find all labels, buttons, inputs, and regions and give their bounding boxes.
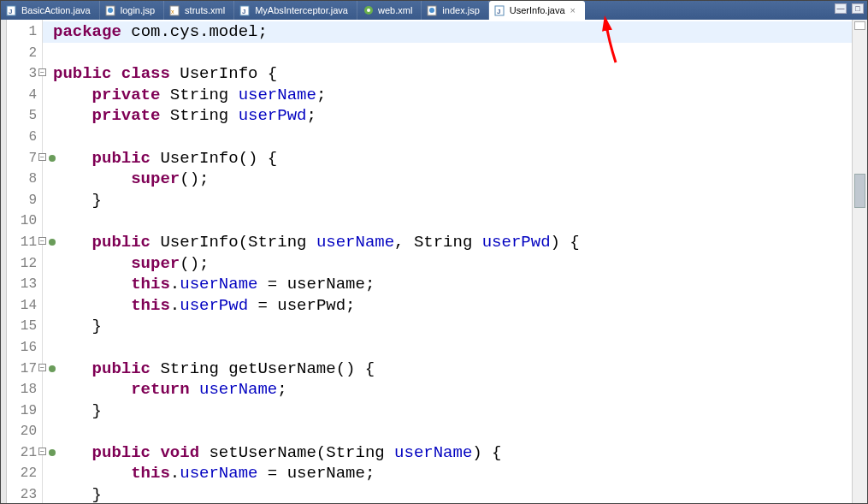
- minimize-button[interactable]: —: [835, 3, 847, 14]
- code-line[interactable]: }: [53, 484, 852, 504]
- tab-web-xml[interactable]: web.xml: [357, 1, 422, 20]
- marker-bar: [1, 20, 7, 503]
- code-line[interactable]: [53, 43, 852, 64]
- code-line[interactable]: }: [53, 400, 852, 422]
- token-plain: String: [160, 86, 238, 104]
- svg-text:J: J: [497, 8, 500, 15]
- tab-label: MyAbsInterceptor.java: [255, 5, 348, 15]
- code-line[interactable]: super();: [53, 169, 852, 190]
- tab-index-jsp[interactable]: index.jsp: [422, 1, 488, 20]
- token-kw: super: [131, 169, 180, 188]
- token-kw: super: [131, 254, 180, 273]
- tab-myabsinterceptor-java[interactable]: JMyAbsInterceptor.java: [234, 1, 357, 20]
- code-line[interactable]: public UserInfo(String userName, String …: [53, 232, 852, 253]
- code-line[interactable]: public UserInfo() {: [53, 148, 852, 169]
- token-plain: ) {: [551, 233, 580, 252]
- tab-basicaction-java[interactable]: JBasicAction.java: [1, 1, 100, 20]
- line-number[interactable]: 1: [7, 21, 37, 43]
- line-number-gutter[interactable]: 123−4567−891011−121314151617−18192021−22…: [7, 20, 43, 503]
- token-plain: String: [160, 106, 238, 125]
- token-field: userName: [394, 443, 472, 462]
- line-number[interactable]: 12: [7, 253, 37, 275]
- line-number[interactable]: 17−: [7, 359, 37, 380]
- line-number[interactable]: 23: [7, 484, 37, 504]
- line-number[interactable]: 7−: [7, 148, 37, 169]
- token-plain: ;: [306, 106, 316, 125]
- xml-file-icon: x: [169, 4, 181, 16]
- token-field: userName: [180, 275, 257, 294]
- line-number[interactable]: 14: [7, 295, 37, 317]
- token-field: userPwd: [239, 106, 307, 125]
- line-number[interactable]: 10: [7, 210, 37, 232]
- token-plain: =: [248, 296, 277, 315]
- svg-point-9: [367, 9, 370, 12]
- token-kw: void: [160, 443, 199, 462]
- window-controls: — □: [835, 3, 864, 14]
- code-line[interactable]: package com.cys.model;: [43, 21, 855, 43]
- tab-userinfo-java[interactable]: JUserInfo.java×: [489, 1, 585, 20]
- code-line[interactable]: this.userName = userName;: [53, 274, 852, 295]
- line-number[interactable]: 8: [7, 169, 37, 190]
- token-kw: package: [53, 22, 121, 41]
- token-kw: this: [131, 464, 170, 483]
- scrollbar-thumb[interactable]: [854, 174, 865, 208]
- code-line[interactable]: [53, 337, 852, 359]
- overview-ruler[interactable]: [852, 20, 867, 503]
- token-plain: [53, 86, 92, 104]
- token-plain: String getUserName() {: [151, 359, 375, 378]
- code-line[interactable]: super();: [53, 253, 852, 275]
- token-plain: }: [53, 191, 102, 210]
- line-number[interactable]: 16: [7, 337, 37, 359]
- line-number[interactable]: 2: [7, 43, 37, 64]
- token-plain: [53, 359, 92, 378]
- token-plain: userName;: [287, 464, 375, 483]
- code-line[interactable]: this.userPwd = userPwd;: [53, 295, 852, 317]
- close-icon[interactable]: ×: [570, 5, 576, 15]
- token-field: userName: [316, 233, 394, 252]
- token-plain: ;: [277, 380, 286, 399]
- code-line[interactable]: private String userName;: [53, 85, 852, 106]
- maximize-button[interactable]: □: [852, 3, 864, 14]
- overview-indicator: [854, 21, 865, 30]
- line-number[interactable]: 4: [7, 85, 37, 106]
- code-line[interactable]: [53, 127, 852, 148]
- token-plain: [53, 169, 131, 188]
- token-plain: .: [170, 464, 180, 483]
- code-content[interactable]: package com.cys.model;public class UserI…: [43, 20, 852, 503]
- svg-text:x: x: [171, 9, 174, 15]
- token-field: userPwd: [482, 233, 551, 252]
- line-number[interactable]: 19: [7, 400, 37, 422]
- code-line[interactable]: [53, 421, 852, 442]
- token-kw: public: [53, 64, 111, 83]
- code-editor[interactable]: 123−4567−891011−121314151617−18192021−22…: [1, 20, 867, 503]
- code-line[interactable]: private String userPwd;: [53, 105, 852, 127]
- token-plain: [53, 106, 92, 125]
- line-number[interactable]: 15: [7, 316, 37, 337]
- token-plain: [53, 464, 131, 483]
- line-number[interactable]: 22: [7, 463, 37, 484]
- line-number[interactable]: 20: [7, 421, 37, 442]
- line-number[interactable]: 5: [7, 105, 37, 127]
- tab-label: web.xml: [378, 5, 412, 15]
- tab-login-jsp[interactable]: login.jsp: [100, 1, 164, 20]
- code-line[interactable]: [53, 210, 852, 232]
- code-line[interactable]: public String getUserName() {: [53, 359, 852, 380]
- token-plain: =: [257, 275, 286, 294]
- token-field: userPwd: [180, 296, 248, 315]
- token-plain: UserInfo(String: [151, 233, 316, 252]
- line-number[interactable]: 13: [7, 274, 37, 295]
- line-number[interactable]: 3−: [7, 63, 37, 85]
- line-number[interactable]: 21−: [7, 442, 37, 464]
- line-number[interactable]: 18: [7, 379, 37, 400]
- token-field: userName: [239, 86, 316, 104]
- tab-struts-xml[interactable]: xstruts.xml: [164, 1, 234, 20]
- code-line[interactable]: public void setUserName(String userName)…: [53, 442, 852, 464]
- code-line[interactable]: }: [53, 190, 852, 211]
- line-number[interactable]: 11−: [7, 232, 37, 253]
- code-line[interactable]: public class UserInfo {: [53, 63, 852, 85]
- line-number[interactable]: 6: [7, 127, 37, 148]
- code-line[interactable]: return userName;: [53, 379, 852, 400]
- line-number[interactable]: 9: [7, 190, 37, 211]
- code-line[interactable]: }: [53, 316, 852, 337]
- code-line[interactable]: this.userName = userName;: [53, 463, 852, 484]
